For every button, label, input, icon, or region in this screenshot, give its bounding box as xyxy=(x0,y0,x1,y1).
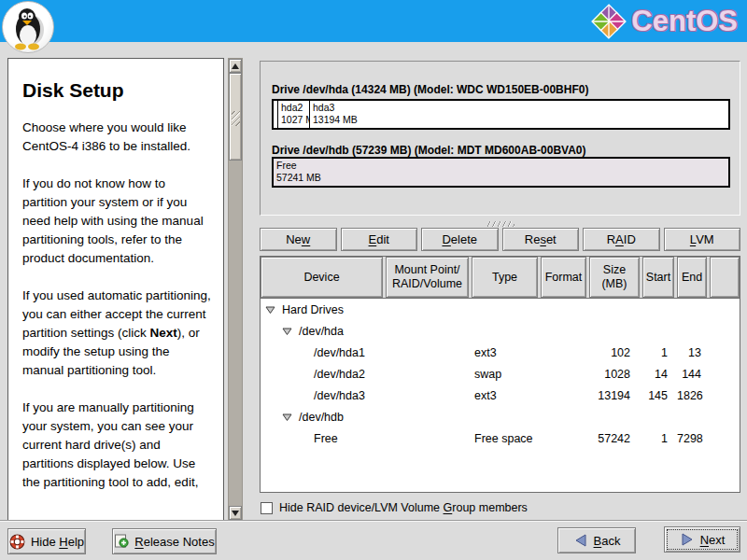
next-button[interactable]: Next xyxy=(664,526,740,553)
tux-logo-badge xyxy=(2,1,54,53)
release-notes-icon xyxy=(114,534,129,549)
partition-action-toolbar: New Edit Delete Reset RAID LVM xyxy=(260,228,740,251)
pane-resize-grip[interactable] xyxy=(486,221,514,227)
footer-separator xyxy=(0,520,747,522)
table-row-dev-hda[interactable]: /dev/hda xyxy=(261,320,740,342)
table-row-dev-hda2[interactable]: /dev/hda2 swap 1028 14 144 xyxy=(261,363,740,385)
lvm-button[interactable]: LVM xyxy=(664,228,741,251)
scroll-down-icon xyxy=(232,511,239,516)
hide-raid-option: Hide RAID device/LVM Volume Group member… xyxy=(261,501,528,514)
edit-button[interactable]: Edit xyxy=(341,228,418,251)
drives-overview-frame: Drive /dev/hda (14324 MB) (Model: WDC WD… xyxy=(260,61,740,216)
column-header-end[interactable]: End xyxy=(677,257,707,298)
centos-star-icon xyxy=(591,4,627,39)
scrollbar-thumb[interactable] xyxy=(229,73,242,161)
help-paragraph: If you are manually partitioning your sy… xyxy=(22,399,211,492)
drive-hdb-label: Drive /dev/hdb (57239 MB) (Model: MDT MD… xyxy=(272,144,586,157)
hide-raid-label: Hide RAID device/LVM Volume Group member… xyxy=(279,501,528,514)
new-button[interactable]: New xyxy=(260,228,337,251)
table-row-dev-hdb[interactable]: /dev/hdb xyxy=(261,406,740,427)
column-header-blank xyxy=(710,257,740,298)
tux-penguin-icon xyxy=(3,2,53,52)
centos-brand: CentOS xyxy=(591,3,738,40)
scrollbar-grip-icon xyxy=(232,111,240,126)
next-keyword: Next xyxy=(150,326,177,340)
expander-open-icon[interactable] xyxy=(282,327,292,336)
help-paragraph: If you do not know how to partition your… xyxy=(22,175,211,268)
partition-segment-hda2[interactable]: hda2 1027 M xyxy=(278,101,310,128)
partition-table: Device Mount Point/RAID/Volume Type Form… xyxy=(260,256,740,493)
hide-help-button[interactable]: Hide Help xyxy=(7,528,86,554)
expander-open-icon[interactable] xyxy=(282,413,292,422)
table-row-dev-hda3[interactable]: /dev/hda3 ext3 13194 145 1826 xyxy=(261,385,740,406)
help-panel: Disk Setup Choose where you would like C… xyxy=(7,58,224,521)
scroll-up-button[interactable] xyxy=(229,59,242,73)
partition-segment-hda3[interactable]: hda3 13194 MB xyxy=(310,101,728,128)
scroll-down-button[interactable] xyxy=(229,506,242,520)
partition-segment-free[interactable]: Free 57241 MB xyxy=(274,159,728,186)
drive-hdb-bar[interactable]: Free 57241 MB xyxy=(272,157,730,188)
brand-name: CentOS xyxy=(631,5,738,38)
scroll-up-icon xyxy=(232,63,239,69)
column-header-type[interactable]: Type xyxy=(472,257,538,298)
reset-button[interactable]: Reset xyxy=(502,228,580,251)
column-header-size[interactable]: Size(MB) xyxy=(589,257,640,298)
delete-button[interactable]: Delete xyxy=(421,228,499,251)
back-button[interactable]: Back xyxy=(557,527,636,553)
hide-raid-checkbox[interactable] xyxy=(261,502,273,514)
release-notes-button[interactable]: Release Notes xyxy=(112,528,217,554)
table-row-hard-drives[interactable]: Hard Drives xyxy=(261,299,740,320)
partition-table-header: Device Mount Point/RAID/Volume Type Form… xyxy=(261,257,740,298)
column-header-format[interactable]: Format xyxy=(541,257,586,298)
drive-hda-bar[interactable]: hda2 1027 M hda3 13194 MB xyxy=(272,99,730,130)
help-paragraph: Choose where you would like CentOS-4 i38… xyxy=(22,119,211,156)
table-row-dev-hda1[interactable]: /dev/hda1 ext3 102 1 13 xyxy=(261,342,740,363)
column-header-start[interactable]: Start xyxy=(642,257,674,298)
help-scrollbar[interactable] xyxy=(228,58,243,521)
drive-hda-label: Drive /dev/hda (14324 MB) (Model: WDC WD… xyxy=(272,83,588,96)
table-row-free[interactable]: Free Free space 57242 1 7298 xyxy=(261,427,740,449)
raid-button[interactable]: RAID xyxy=(583,228,660,251)
arrow-left-icon xyxy=(573,533,588,548)
column-header-mount[interactable]: Mount Point/RAID/Volume xyxy=(386,257,469,298)
partition-table-body: Hard Drives /dev/hda /dev/hda1 xyxy=(261,298,740,492)
help-paragraph: If you used automatic partitioning, you … xyxy=(22,287,211,380)
life-ring-icon xyxy=(9,534,25,550)
centos-installer-disk-setup: { "header": { "brand": "CentOS" }, "help… xyxy=(0,0,747,560)
arrow-right-icon xyxy=(680,532,695,547)
expander-open-icon[interactable] xyxy=(265,305,275,315)
column-header-device[interactable]: Device xyxy=(261,257,383,298)
page-title: Disk Setup xyxy=(22,79,211,102)
